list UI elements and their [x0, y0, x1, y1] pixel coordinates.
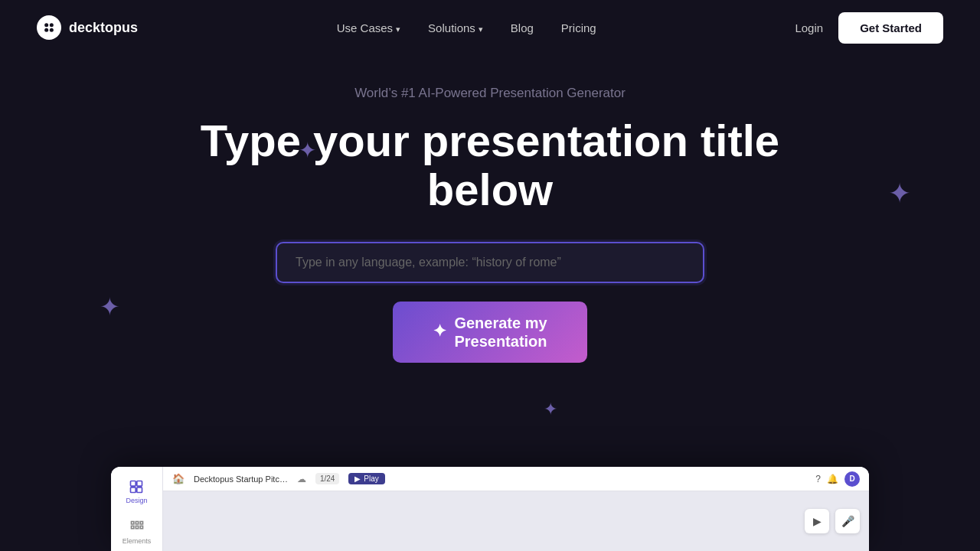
star-decoration-2: ✦ [888, 178, 911, 210]
cloud-icon: ☁ [297, 474, 306, 484]
star-decoration-3: ✦ [100, 292, 120, 321]
user-avatar[interactable]: D [844, 471, 860, 487]
svg-rect-8 [131, 522, 133, 524]
page-indicator: 1/24 [315, 473, 339, 484]
app-doc-title: Decktopus Startup Pitc… [194, 474, 288, 484]
nav-links: Use Cases Solutions Blog Pricing [337, 21, 596, 34]
logo[interactable]: decktopus [37, 15, 138, 40]
svg-point-0 [44, 23, 48, 27]
chevron-down-icon [479, 21, 483, 34]
nav-blog[interactable]: Blog [511, 21, 534, 34]
sparkle-icon: ✦ [433, 321, 446, 341]
nav-solutions[interactable]: Solutions [428, 21, 483, 34]
svg-point-1 [50, 23, 54, 27]
app-preview: Design Elements 🏠 Decktopus Startup Pitc… [111, 467, 869, 551]
play-icon: ▶ [354, 474, 361, 483]
logo-icon [37, 15, 61, 40]
sidebar-elements-icon[interactable]: Elements [116, 515, 158, 549]
svg-rect-6 [131, 487, 136, 493]
generate-button[interactable]: ✦ Generate my Presentation [393, 302, 586, 363]
hero-subtitle: World’s #1 AI-Powered Presentation Gener… [354, 86, 626, 101]
svg-point-2 [44, 28, 48, 32]
help-icon[interactable]: ? [815, 474, 821, 484]
hero-section: ✦ ✦ ✦ ✦ World’s #1 AI-Powered Presentati… [0, 55, 980, 363]
star-decoration-4: ✦ [544, 399, 557, 419]
nav-actions: Login Get Started [795, 12, 943, 44]
svg-rect-7 [137, 487, 142, 493]
topbar-icons: ? 🔔 D [815, 471, 860, 487]
generate-button-text: Generate my Presentation [454, 314, 547, 350]
mic-action-button[interactable]: 🎤 [835, 509, 860, 533]
svg-rect-12 [136, 526, 138, 528]
app-content: ▶ 🎤 [163, 491, 869, 551]
nav-use-cases[interactable]: Use Cases [337, 21, 400, 34]
svg-rect-9 [136, 522, 138, 524]
chevron-down-icon [396, 21, 400, 34]
hero-title: Type your presentation title below [184, 116, 796, 214]
play-button[interactable]: ▶ Play [348, 473, 384, 484]
star-decoration-1: ✦ [299, 138, 316, 163]
app-topbar: 🏠 Decktopus Startup Pitc… ☁ 1/24 ▶ Play … [163, 467, 869, 491]
login-button[interactable]: Login [795, 21, 823, 34]
navbar: decktopus Use Cases Solutions Blog Prici… [0, 0, 980, 55]
svg-rect-4 [131, 481, 136, 487]
play-action-button[interactable]: ▶ [805, 509, 829, 533]
notification-icon[interactable]: 🔔 [827, 474, 838, 484]
app-sidebar: Design Elements [111, 467, 163, 551]
logo-text: decktopus [69, 20, 138, 36]
svg-rect-5 [137, 481, 142, 487]
nav-pricing[interactable]: Pricing [561, 21, 596, 34]
get-started-button[interactable]: Get Started [838, 12, 943, 44]
svg-point-3 [50, 28, 54, 32]
svg-rect-13 [140, 526, 142, 528]
svg-rect-11 [131, 526, 133, 528]
presentation-title-input[interactable] [276, 242, 704, 283]
sidebar-design-icon[interactable]: Design [119, 474, 153, 509]
home-icon: 🏠 [172, 473, 185, 484]
svg-rect-10 [140, 522, 142, 524]
